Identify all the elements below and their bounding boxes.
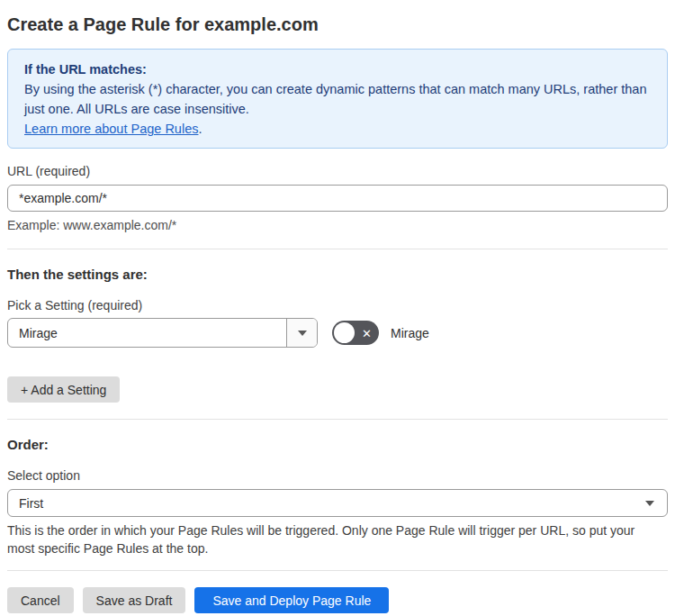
learn-more-link[interactable]: Learn more about Page Rules [24, 122, 198, 136]
order-help-text: This is the order in which your Page Rul… [7, 521, 661, 557]
setting-select-caret-button[interactable] [286, 319, 317, 347]
link-suffix: . [198, 122, 202, 136]
cancel-button[interactable]: Cancel [7, 587, 74, 613]
url-input[interactable] [7, 185, 668, 212]
settings-section-heading: Then the settings are: [7, 267, 668, 283]
caret-down-icon [645, 501, 654, 506]
chevron-down-icon [298, 331, 307, 336]
info-box-link-line: Learn more about Page Rules. [24, 119, 651, 139]
setting-select[interactable]: Mirage [7, 318, 318, 348]
footer-actions: Cancel Save as Draft Save and Deploy Pag… [7, 587, 668, 613]
x-icon: ✕ [362, 327, 372, 339]
toggle-label: Mirage [391, 326, 429, 340]
divider [7, 249, 668, 249]
url-field-label: URL (required) [7, 164, 668, 178]
order-select[interactable]: First [7, 489, 668, 517]
divider [7, 419, 668, 420]
url-match-info-box: If the URL matches: By using the asteris… [7, 49, 668, 149]
setting-picker-label: Pick a Setting (required) [7, 298, 668, 313]
add-setting-button[interactable]: + Add a Setting [7, 376, 120, 403]
url-example-text: Example: www.example.com/* [7, 218, 668, 232]
order-select-value: First [19, 496, 43, 511]
divider [7, 570, 668, 571]
order-select-label: Select option [7, 468, 668, 483]
mirage-toggle[interactable]: ✕ [332, 321, 379, 345]
info-box-body: By using the asterisk (*) character, you… [24, 79, 651, 119]
page-rule-form: Create a Page Rule for example.com If th… [0, 0, 675, 613]
page-title: Create a Page Rule for example.com [7, 13, 668, 36]
save-as-draft-button[interactable]: Save as Draft [83, 587, 186, 613]
toggle-knob [334, 322, 355, 343]
setting-select-value: Mirage [8, 319, 286, 347]
setting-row: Mirage ✕ Mirage [7, 318, 668, 348]
order-section-heading: Order: [7, 437, 668, 453]
save-and-deploy-button[interactable]: Save and Deploy Page Rule [194, 587, 389, 613]
info-box-heading: If the URL matches: [24, 59, 651, 79]
